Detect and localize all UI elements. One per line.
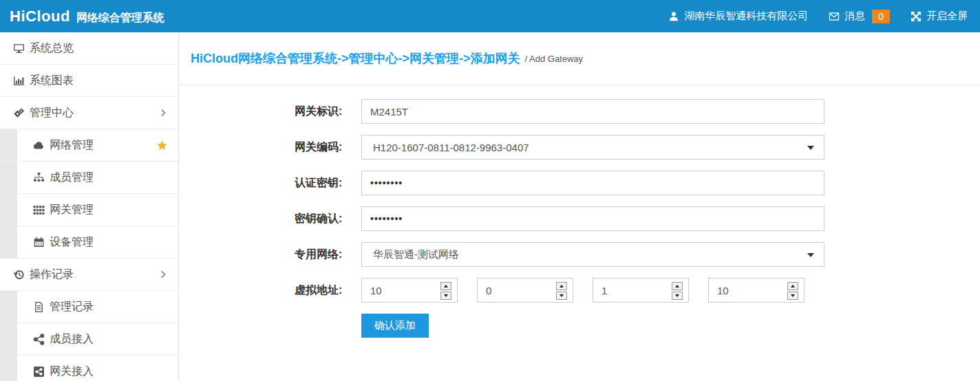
sidebar-item-management-records[interactable]: 管理记录 bbox=[0, 291, 178, 323]
gateway-code-label: 网关编码: bbox=[295, 140, 361, 155]
step-down-button[interactable] bbox=[440, 292, 451, 300]
triangle-up-icon bbox=[675, 285, 679, 287]
auth-key-label: 认证密钥: bbox=[295, 176, 361, 190]
desktop-icon bbox=[13, 43, 25, 54]
octet-2-spinner bbox=[477, 278, 573, 303]
form-row-key-confirm: 密钥确认: bbox=[295, 206, 980, 231]
gateway-id-label: 网关标识: bbox=[295, 105, 361, 119]
form-row-gateway-id: 网关标识: bbox=[295, 99, 980, 124]
caret-down-icon bbox=[807, 253, 814, 257]
auth-key-input[interactable] bbox=[361, 171, 824, 195]
app-brand: HiCloud 网络综合管理系统 bbox=[10, 8, 164, 25]
document-icon bbox=[33, 301, 45, 313]
octet-1-stepper bbox=[440, 282, 451, 300]
step-down-button[interactable] bbox=[787, 292, 798, 300]
triangle-down-icon bbox=[791, 294, 795, 297]
triangle-up-icon bbox=[791, 285, 795, 287]
sidebar-item-label: 成员接入 bbox=[50, 332, 168, 347]
step-up-button[interactable] bbox=[787, 282, 798, 290]
sidebar-item-label: 系统图表 bbox=[30, 74, 168, 88]
caret-down-icon bbox=[807, 146, 814, 150]
fullscreen-label: 开启全屏 bbox=[926, 10, 968, 23]
private-network-select[interactable]: 华辰智通-测试网络 bbox=[361, 242, 824, 267]
gateway-code-selected-value: H120-1607-0811-0812-9963-0407 bbox=[373, 142, 529, 153]
sidebar-item-management-center[interactable]: 管理中心 bbox=[0, 97, 178, 129]
company-name: 湖南华辰智通科技有限公司 bbox=[684, 10, 808, 23]
grid-icon bbox=[33, 204, 45, 216]
messages-count-badge: 0 bbox=[872, 10, 890, 23]
sidebar-item-label: 网络管理 bbox=[50, 138, 156, 153]
sidebar-item-gateway-access[interactable]: 网关接入 bbox=[0, 356, 178, 381]
share-icon bbox=[33, 334, 45, 345]
history-icon bbox=[13, 269, 25, 281]
sidebar-item-network-management[interactable]: 网络管理 bbox=[0, 129, 178, 162]
fullscreen-toggle[interactable]: 开启全屏 bbox=[910, 10, 968, 23]
user-icon bbox=[668, 11, 679, 22]
chevron-right-icon bbox=[158, 270, 168, 279]
private-network-selected-value: 华辰智通-测试网络 bbox=[373, 248, 459, 261]
cloud-icon bbox=[33, 140, 45, 151]
messages-menu[interactable]: 消息 0 bbox=[829, 10, 890, 23]
virtual-address-label: 虚拟地址: bbox=[295, 283, 361, 298]
octet-1-spinner bbox=[361, 278, 458, 303]
account-menu[interactable]: 湖南华辰智通科技有限公司 bbox=[668, 10, 808, 23]
sidebar-item-label: 网关管理 bbox=[50, 203, 168, 217]
triangle-down-icon bbox=[444, 294, 448, 297]
gears-icon bbox=[13, 107, 25, 119]
star-icon[interactable] bbox=[156, 140, 168, 151]
octet-4-stepper bbox=[787, 282, 798, 300]
sitemap-icon bbox=[33, 172, 45, 184]
step-up-button[interactable] bbox=[556, 282, 567, 290]
sidebar-item-label: 网关接入 bbox=[50, 364, 168, 379]
octet-3-spinner bbox=[593, 278, 689, 303]
key-confirm-input[interactable] bbox=[361, 206, 824, 231]
main-layout: 系统总览 系统图表 管理中心 网络管理 bbox=[0, 32, 980, 381]
sidebar-item-system-charts[interactable]: 系统图表 bbox=[0, 65, 178, 97]
gateway-code-select[interactable]: H120-1607-0811-0812-9963-0407 bbox=[361, 135, 824, 160]
topbar: HiCloud 网络综合管理系统 湖南华辰智通科技有限公司 消息 0 开启全屏 bbox=[0, 0, 980, 32]
sidebar-item-label: 设备管理 bbox=[50, 235, 168, 250]
brand-suffix: 网络综合管理系统 bbox=[76, 11, 164, 25]
form-row-auth-key: 认证密钥: bbox=[295, 171, 980, 195]
octet-3-stepper bbox=[672, 282, 683, 300]
share-square-icon bbox=[33, 366, 45, 378]
triangle-up-icon bbox=[560, 285, 564, 287]
step-down-button[interactable] bbox=[556, 292, 567, 300]
form-actions: 确认添加 bbox=[295, 314, 980, 338]
breadcrumb: HiCloud网络综合管理系统->管理中心->网关管理->添加网关 bbox=[191, 50, 520, 67]
form-row-virtual-address: 虚拟地址: bbox=[295, 278, 980, 303]
breadcrumb-bar: HiCloud网络综合管理系统->管理中心->网关管理->添加网关 / Add … bbox=[179, 32, 980, 85]
triangle-down-icon bbox=[560, 294, 564, 297]
mail-icon bbox=[829, 11, 840, 22]
step-up-button[interactable] bbox=[672, 282, 683, 290]
sidebar-item-label: 管理中心 bbox=[30, 106, 158, 120]
sidebar-item-label: 管理记录 bbox=[50, 300, 168, 314]
form-row-gateway-code: 网关编码: H120-1607-0811-0812-9963-0407 bbox=[295, 135, 980, 160]
confirm-add-button[interactable]: 确认添加 bbox=[361, 314, 429, 338]
sidebar-item-gateway-management[interactable]: 网关管理 bbox=[0, 194, 178, 226]
triangle-down-icon bbox=[675, 294, 679, 297]
sidebar-item-label: 成员管理 bbox=[50, 171, 168, 185]
messages-label: 消息 bbox=[844, 10, 865, 23]
octet-4-spinner bbox=[708, 278, 805, 303]
step-up-button[interactable] bbox=[440, 282, 451, 290]
sidebar-item-member-access[interactable]: 成员接入 bbox=[0, 323, 178, 356]
chevron-right-icon bbox=[158, 108, 168, 118]
calendar-icon bbox=[33, 237, 45, 248]
fullscreen-icon bbox=[910, 11, 922, 22]
topbar-right: 湖南华辰智通科技有限公司 消息 0 开启全屏 bbox=[668, 10, 968, 23]
sidebar-item-device-management[interactable]: 设备管理 bbox=[0, 226, 178, 259]
step-down-button[interactable] bbox=[672, 292, 683, 300]
triangle-up-icon bbox=[444, 285, 448, 287]
bar-chart-icon bbox=[13, 75, 25, 87]
octet-2-stepper bbox=[556, 282, 567, 300]
gateway-id-input[interactable] bbox=[361, 99, 824, 124]
sidebar: 系统总览 系统图表 管理中心 网络管理 bbox=[0, 32, 179, 381]
sidebar-item-operation-records[interactable]: 操作记录 bbox=[0, 259, 178, 291]
sidebar-item-member-management[interactable]: 成员管理 bbox=[0, 162, 178, 194]
key-confirm-label: 密钥确认: bbox=[295, 212, 361, 226]
sidebar-item-label: 操作记录 bbox=[30, 268, 158, 282]
content-area: HiCloud网络综合管理系统->管理中心->网关管理->添加网关 / Add … bbox=[179, 32, 980, 381]
sidebar-item-label: 系统总览 bbox=[30, 41, 168, 56]
sidebar-item-system-overview[interactable]: 系统总览 bbox=[0, 32, 178, 65]
